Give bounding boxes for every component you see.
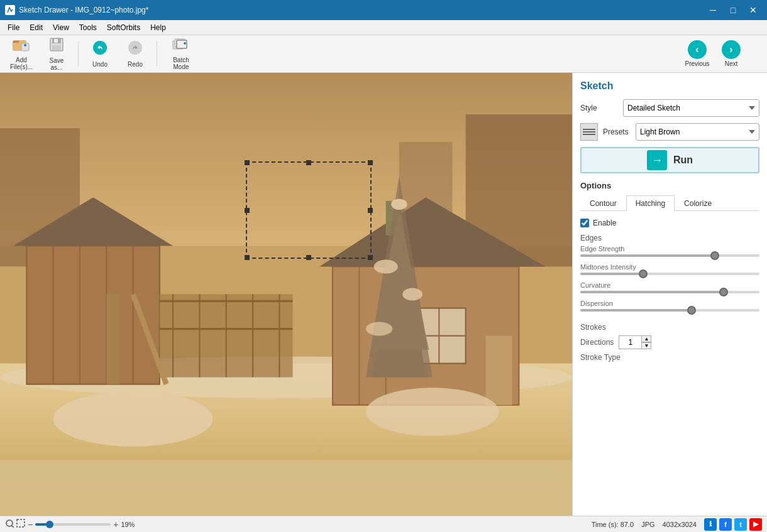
curvature-slider[interactable] xyxy=(580,291,759,293)
next-button[interactable]: › Next xyxy=(715,38,747,70)
dispersion-slider[interactable] xyxy=(580,309,759,312)
canvas-area[interactable] xyxy=(0,73,572,516)
svg-line-60 xyxy=(12,526,14,528)
presets-row: Presets Light Brown Default Dark Sepia xyxy=(580,123,759,141)
right-panel: Sketch Style Detailed Sketch Simple Sket… xyxy=(572,73,767,516)
add-files-icon xyxy=(13,38,30,55)
app-icon xyxy=(5,5,15,15)
spin-up[interactable]: ▲ xyxy=(641,335,651,342)
midtones-slider[interactable] xyxy=(580,273,759,275)
main-layout: Sketch Style Detailed Sketch Simple Sket… xyxy=(0,73,767,516)
selection-handle-tl[interactable] xyxy=(245,160,250,165)
tab-contour[interactable]: Contour xyxy=(580,195,626,211)
style-select[interactable]: Detailed Sketch Simple Sketch Pencil Cha… xyxy=(623,99,759,117)
save-as-label: Saveas... xyxy=(50,57,64,71)
menu-softorbits[interactable]: SoftOrbits xyxy=(102,22,145,33)
dispersion-thumb[interactable] xyxy=(687,306,696,315)
zoom-fit-button[interactable] xyxy=(5,519,14,530)
zoom-slider-track[interactable] xyxy=(35,523,111,526)
dimensions-display: 4032x3024 xyxy=(663,521,697,528)
add-files-label: AddFile(s)... xyxy=(10,57,33,70)
options-title: Options xyxy=(580,181,759,190)
style-label: Style xyxy=(580,104,618,112)
edge-strength-label: Edge Strength xyxy=(580,245,759,252)
maximize-button[interactable]: □ xyxy=(724,4,742,16)
close-button[interactable]: ✕ xyxy=(744,4,762,16)
edge-strength-fill xyxy=(580,254,715,257)
svg-point-59 xyxy=(6,520,13,526)
menu-edit[interactable]: Edit xyxy=(25,22,48,33)
zoom-in-button[interactable]: + xyxy=(113,519,118,529)
strokes-title: Strokes xyxy=(580,323,759,332)
previous-icon: ‹ xyxy=(688,40,707,59)
selection-handle-br[interactable] xyxy=(368,255,373,260)
edge-strength-slider[interactable] xyxy=(580,254,759,257)
midtones-thumb[interactable] xyxy=(639,269,648,278)
curvature-label: Curvature xyxy=(580,281,759,289)
twitter-button[interactable]: t xyxy=(734,518,747,531)
toolbar-sep-2 xyxy=(157,41,157,67)
undo-button[interactable]: Undo xyxy=(84,38,116,70)
add-files-button[interactable]: AddFile(s)... xyxy=(5,38,38,70)
zoom-out-button[interactable]: − xyxy=(28,519,33,529)
tab-hatching[interactable]: Hatching xyxy=(626,195,675,211)
minimize-button[interactable]: ─ xyxy=(704,4,722,16)
curvature-thumb[interactable] xyxy=(719,288,728,296)
edge-strength-thumb[interactable] xyxy=(710,251,719,260)
enable-checkbox[interactable] xyxy=(580,219,589,227)
selection-handle-bm[interactable] xyxy=(306,255,311,260)
zoom-select-button[interactable] xyxy=(16,519,25,530)
next-label: Next xyxy=(725,60,738,67)
directions-input-wrap: ▲ ▼ xyxy=(619,335,651,349)
selection-handle-bl[interactable] xyxy=(245,255,250,260)
presets-select[interactable]: Light Brown Default Dark Sepia xyxy=(636,123,759,141)
zoom-controls: − + 19% xyxy=(5,519,135,530)
zoom-slider-thumb[interactable] xyxy=(46,521,53,528)
batch-mode-button[interactable]: BatchMode xyxy=(162,38,200,70)
selection-box[interactable] xyxy=(246,161,372,259)
menu-help[interactable]: Help xyxy=(145,22,171,33)
redo-button[interactable]: Redo xyxy=(119,38,152,70)
window-controls: ─ □ ✕ xyxy=(704,4,762,16)
status-right: Time (s): 87.0 JPG 4032x3024 ℹ f t ▶ xyxy=(592,518,762,531)
selection-handle-mr[interactable] xyxy=(368,208,373,213)
svg-rect-61 xyxy=(17,519,25,527)
selection-handle-tm[interactable] xyxy=(306,160,311,165)
edge-strength-row: Edge Strength xyxy=(580,245,759,257)
midtones-row: Midtones Intensity xyxy=(580,263,759,275)
previous-button[interactable]: ‹ Previous xyxy=(681,38,713,70)
directions-input[interactable] xyxy=(619,335,641,349)
tabs-row: Contour Hatching Colorize xyxy=(580,195,759,211)
undo-icon xyxy=(92,40,108,60)
menu-view[interactable]: View xyxy=(48,22,74,33)
enable-label[interactable]: Enable xyxy=(593,219,616,227)
redo-icon xyxy=(127,40,143,60)
run-button[interactable]: → Run xyxy=(580,147,759,173)
info-icon-button[interactable]: ℹ xyxy=(704,518,717,531)
menu-tools[interactable]: Tools xyxy=(74,22,102,33)
midtones-fill xyxy=(580,273,643,275)
selection-handle-tr[interactable] xyxy=(368,160,373,165)
sketch-title: Sketch xyxy=(580,80,759,92)
stroke-type-label: Stroke Type xyxy=(580,353,621,362)
selection-handle-ml[interactable] xyxy=(245,208,250,213)
youtube-button[interactable]: ▶ xyxy=(749,518,762,531)
social-buttons: ℹ f t ▶ xyxy=(704,518,762,531)
previous-label: Previous xyxy=(685,60,710,67)
scene-svg xyxy=(0,73,572,516)
save-as-button[interactable]: Saveas... xyxy=(40,38,73,70)
status-bar: − + 19% Time (s): 87.0 JPG 4032x3024 ℹ f… xyxy=(0,516,767,532)
window-title: Sketch Drawer - IMG_0912~photo.jpg* xyxy=(19,6,148,14)
stroke-type-row: Stroke Type xyxy=(580,353,759,362)
tab-colorize[interactable]: Colorize xyxy=(675,195,721,211)
title-bar-left: Sketch Drawer - IMG_0912~photo.jpg* xyxy=(5,5,148,15)
dispersion-fill xyxy=(580,309,692,312)
facebook-button[interactable]: f xyxy=(719,518,732,531)
spin-down[interactable]: ▼ xyxy=(641,342,651,349)
directions-row: Directions ▲ ▼ xyxy=(580,335,759,349)
menu-file[interactable]: File xyxy=(3,22,25,33)
redo-label: Redo xyxy=(128,61,143,68)
midtones-label: Midtones Intensity xyxy=(580,263,759,271)
edges-section-label: Edges xyxy=(580,234,759,242)
zoom-percent: 19% xyxy=(121,521,135,528)
